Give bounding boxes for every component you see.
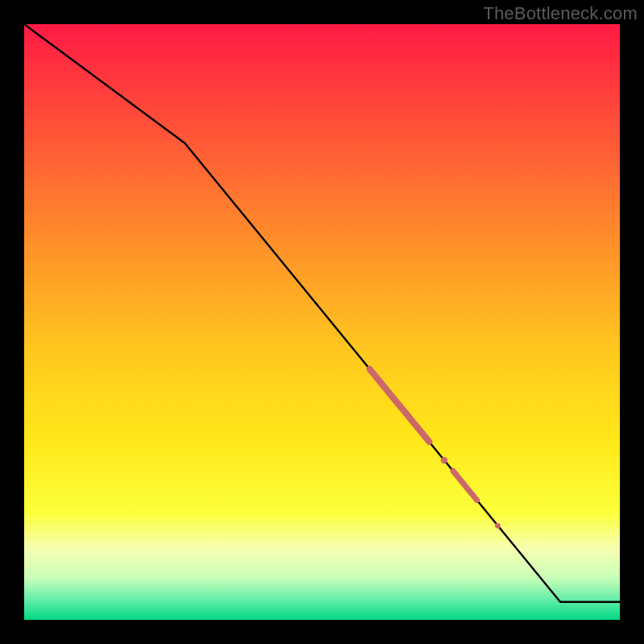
highlight-dot bbox=[495, 523, 501, 529]
watermark-text: TheBottleneck.com bbox=[483, 3, 638, 24]
chart-svg bbox=[24, 24, 620, 620]
chart-plot-area bbox=[24, 24, 620, 620]
chart-stage: TheBottleneck.com bbox=[0, 0, 644, 644]
gradient-background bbox=[24, 24, 620, 620]
highlight-dot bbox=[441, 456, 448, 463]
